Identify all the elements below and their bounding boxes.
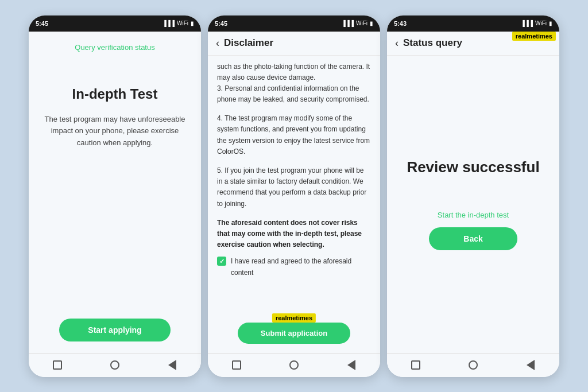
watermark-phone2: realmetimes <box>272 313 316 323</box>
phone3-nav-bar <box>387 353 559 377</box>
phone2-wifi: WiFi <box>356 20 368 26</box>
square-icon <box>411 360 420 370</box>
circle-icon <box>110 360 119 370</box>
review-successful-title: Review successful <box>407 158 539 176</box>
disclaimer-warning: The aforesaid content does not cover ris… <box>217 218 371 251</box>
disclaimer-title: Disclaimer <box>224 37 273 49</box>
disclaimer-back-arrow[interactable]: ‹ <box>216 37 219 49</box>
phone3-nav-square[interactable] <box>408 357 424 373</box>
phone2-time: 5:45 <box>215 20 227 27</box>
phone1-signal: ▐▐▐ <box>163 20 175 26</box>
phone1-nav-bar <box>29 353 201 377</box>
agreement-label: I have read and agreed to the aforesaid … <box>231 256 371 278</box>
phone3-signal: ▐▐▐ <box>521 20 533 26</box>
phone3-screen: ‹ Status query Review successful Start t… <box>387 32 559 377</box>
phone3-battery: ▮ <box>549 20 552 26</box>
query-status-text: Query verification status <box>75 43 154 52</box>
phone2-status-icons: ▐▐▐ WiFi ▮ <box>342 20 373 26</box>
phone1-nav-square[interactable] <box>49 357 65 373</box>
phone2-battery: ▮ <box>370 20 373 26</box>
phone1-nav-back[interactable] <box>164 357 180 373</box>
square-icon <box>53 360 62 370</box>
disclaimer-item5: 5. If you join the test program your pho… <box>217 165 371 209</box>
triangle-icon <box>347 360 355 370</box>
disclaimer-para1: such as the photo-taking function of the… <box>217 61 371 83</box>
phone2-nav-back[interactable] <box>343 357 359 373</box>
start-applying-button[interactable]: Start applying <box>59 319 170 341</box>
status-query-title: Status query <box>403 37 462 49</box>
phone3-status-icons: ▐▐▐ WiFi ▮ <box>521 20 552 26</box>
disclaimer-body: such as the photo-taking function of the… <box>208 56 380 323</box>
agreement-checkbox[interactable] <box>217 257 226 266</box>
phone1-body: Query verification status In-depth Test … <box>29 32 201 353</box>
phone3-wifi: WiFi <box>535 20 547 26</box>
disclaimer-item4: 4. The test program may modify some of t… <box>217 113 371 157</box>
indepth-title: In-depth Test <box>72 86 158 102</box>
phone3-status-bar: 5:43 ▐▐▐ WiFi ▮ <box>387 15 559 32</box>
circle-icon <box>469 360 478 370</box>
triangle-icon <box>168 360 176 370</box>
phone1-frame: 5:45 ▐▐▐ WiFi ▮ Query verification statu… <box>29 15 201 377</box>
circle-icon <box>289 360 299 370</box>
indepth-description: The test program may have unforeseeable … <box>40 114 189 149</box>
triangle-icon <box>527 360 535 370</box>
phones-container: 5:45 ▐▐▐ WiFi ▮ Query verification statu… <box>29 15 559 377</box>
phone1-screen: Query verification status In-depth Test … <box>29 32 201 377</box>
phone3-body: Review successful Start the in-depth tes… <box>387 56 559 353</box>
agreement-checkbox-row[interactable]: I have read and agreed to the aforesaid … <box>217 256 371 278</box>
status-back-arrow[interactable]: ‹ <box>395 37 399 49</box>
phone2-status-bar: 5:45 ▐▐▐ WiFi ▮ <box>208 15 380 32</box>
phone2-nav-bar <box>208 353 380 377</box>
phone2-nav-square[interactable] <box>229 357 245 373</box>
phone1-wifi: WiFi <box>177 20 188 26</box>
phone2-signal: ▐▐▐ <box>342 20 354 26</box>
phone1-nav-circle[interactable] <box>107 357 123 373</box>
phone2-footer: Submit application <box>208 323 380 353</box>
watermark-phone3: realmetimes <box>512 32 556 41</box>
square-icon <box>232 360 241 370</box>
disclaimer-header: ‹ Disclaimer <box>208 32 380 56</box>
phone2-frame: 5:45 ▐▐▐ WiFi ▮ ‹ Disclaimer such as the… <box>208 15 380 377</box>
disclaimer-item3: 3. Personal and confidential information… <box>217 83 371 105</box>
phone2-screen: ‹ Disclaimer such as the photo-taking fu… <box>208 32 380 377</box>
start-indepth-text: Start the in-depth test <box>438 211 509 219</box>
phone3-nav-back[interactable] <box>523 357 539 373</box>
phone1-battery: ▮ <box>191 20 194 26</box>
phone1-status-icons: ▐▐▐ WiFi ▮ <box>163 20 194 26</box>
phone1-time: 5:45 <box>36 20 48 27</box>
phone3-time: 5:43 <box>394 20 407 27</box>
phone3-frame: 5:43 ▐▐▐ WiFi ▮ ‹ Status query Review su… <box>387 15 559 377</box>
submit-application-button[interactable]: Submit application <box>238 323 350 344</box>
phone2-nav-circle[interactable] <box>286 357 302 373</box>
back-button[interactable]: Back <box>429 227 517 250</box>
phone1-status-bar: 5:45 ▐▐▐ WiFi ▮ <box>29 15 201 32</box>
phone3-nav-circle[interactable] <box>465 357 481 373</box>
